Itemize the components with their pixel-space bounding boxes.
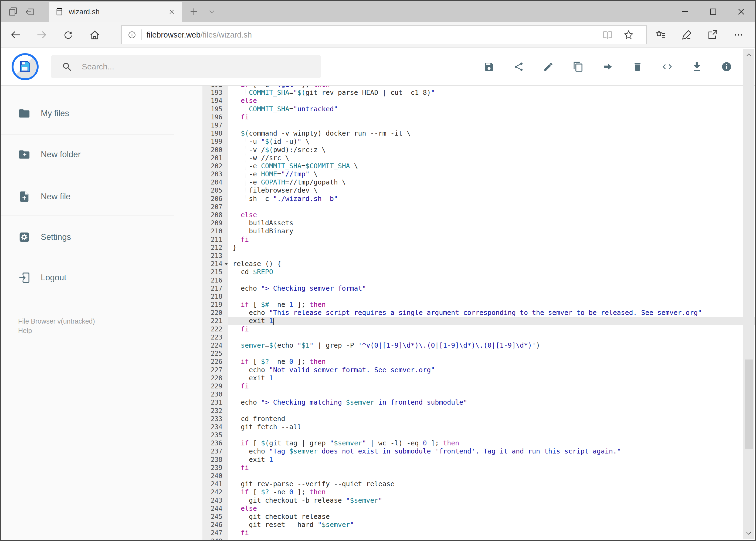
code-line-text[interactable]: if [ $? -ne 0 ]; then [228, 357, 755, 366]
code-line-text[interactable]: -e COMMIT_SHA=$COMMIT_SHA \ [228, 162, 755, 170]
code-line[interactable]: 244 else [202, 505, 755, 513]
code-line[interactable]: 199 -u "$(id -u)" \ [202, 138, 755, 146]
code-line-text[interactable]: buildBinary [228, 227, 755, 235]
code-line-text[interactable]: exit 1 [228, 317, 755, 325]
code-line-text[interactable]: echo "Tag $semver does not exist in subm… [228, 447, 755, 455]
code-line-text[interactable]: fi [228, 325, 755, 333]
home-button[interactable] [89, 29, 101, 41]
code-line[interactable]: 202 -e COMMIT_SHA=$COMMIT_SHA \ [202, 162, 755, 170]
code-line-text[interactable]: else [228, 505, 755, 513]
code-line-text[interactable] [228, 252, 755, 260]
code-line-text[interactable] [228, 276, 755, 284]
code-line[interactable]: 246 git reset --hard "$semver" [202, 521, 755, 529]
filebrowser-logo[interactable] [12, 53, 39, 80]
code-line-text[interactable]: $(command -v winpty) docker run --rm -it… [228, 129, 755, 138]
code-line[interactable]: 243 git checkout -b release "$semver" [202, 496, 755, 505]
code-line[interactable]: 223 [202, 333, 755, 341]
sidebar-item-logout[interactable]: Logout [1, 264, 202, 291]
code-line[interactable]: 197 [202, 121, 755, 129]
code-line[interactable]: 227 echo "Not valid semver format. See s… [202, 366, 755, 374]
scroll-down-icon[interactable] [744, 529, 753, 538]
code-line-text[interactable]: git rev-parse --verify --quiet release [228, 480, 755, 488]
code-line-text[interactable]: fi [228, 382, 755, 390]
code-line[interactable]: 232 [202, 407, 755, 415]
code-line[interactable]: 208 else [202, 211, 755, 219]
code-line[interactable]: 248 [202, 537, 755, 540]
code-line-text[interactable] [228, 333, 755, 341]
code-line[interactable]: 230 [202, 390, 755, 398]
code-line-text[interactable]: -e HOME="//tmp" \ [228, 170, 755, 178]
code-line-text[interactable] [228, 431, 755, 439]
code-line-text[interactable] [228, 349, 755, 357]
sidebar-item-settings[interactable]: Settings [1, 224, 202, 251]
code-line[interactable]: 226 if [ $? -ne 0 ]; then [202, 357, 755, 366]
share-page-icon[interactable] [707, 29, 718, 41]
new-tab-button[interactable] [189, 6, 199, 17]
code-line-text[interactable] [228, 537, 755, 540]
code-line[interactable]: 236 if [ $(git tag | grep "$semver" | wc… [202, 439, 755, 447]
code-line-text[interactable]: sh -c "./wizard.sh -b" [228, 195, 755, 203]
code-line[interactable]: 201 -w //src \ [202, 154, 755, 162]
code-line-text[interactable]: buildAssets [228, 219, 755, 227]
code-line-text[interactable]: filebrowser/dev \ [228, 186, 755, 195]
code-line[interactable]: 194 else [202, 97, 755, 105]
web-notes-pen-icon[interactable] [681, 29, 692, 41]
code-line-text[interactable]: cd frontend [228, 415, 755, 423]
code-line[interactable]: 211 fi [202, 236, 755, 244]
code-line-text[interactable]: cd $REPO [228, 268, 755, 276]
code-line[interactable]: 229 fi [202, 382, 755, 390]
code-line-text[interactable] [228, 121, 755, 129]
code-line[interactable]: 205 filebrowser/dev \ [202, 186, 755, 195]
address-bar[interactable]: filebrowser.web/files/wizard.sh [121, 25, 647, 44]
code-line[interactable]: 213 [202, 252, 755, 260]
code-line[interactable]: 245 git checkout release [202, 513, 755, 521]
share-button[interactable] [513, 61, 524, 72]
code-button[interactable] [662, 61, 672, 72]
maximize-button[interactable] [699, 1, 727, 22]
info-button[interactable] [721, 61, 732, 72]
code-line[interactable]: 212} [202, 244, 755, 252]
tab-preview-icon[interactable] [5, 1, 21, 22]
refresh-button[interactable] [62, 29, 74, 41]
code-line-text[interactable]: fi [228, 113, 755, 121]
code-line-text[interactable]: if [ $? -ne 0 ]; then [228, 488, 755, 496]
code-line[interactable]: 209 buildAssets [202, 219, 755, 227]
code-line-text[interactable]: fi [228, 236, 755, 244]
code-line[interactable]: 206 sh -c "./wizard.sh -b" [202, 195, 755, 203]
scroll-up-icon[interactable] [744, 51, 753, 60]
code-line-text[interactable]: COMMIT_SHA="$(git rev-parse HEAD | cut -… [228, 89, 755, 97]
favorite-star-icon[interactable] [623, 29, 634, 41]
code-line-text[interactable]: git checkout -b release "$semver" [228, 496, 755, 505]
minimize-button[interactable] [671, 1, 699, 22]
code-line[interactable]: 204 -e GOPATH=//tmp/gopath \ [202, 178, 755, 186]
code-line[interactable]: 247 fi [202, 529, 755, 537]
code-line-text[interactable]: if [ -d ".git" ]; then [228, 86, 755, 89]
code-line[interactable]: 203 -e HOME="//tmp" \ [202, 170, 755, 178]
fold-marker-icon[interactable] [224, 263, 228, 267]
forward-button[interactable] [36, 29, 48, 41]
code-line[interactable]: 224 semver=$(echo "$1" | grep -P '^v(0|[… [202, 341, 755, 349]
code-line[interactable]: 215 cd $REPO [202, 268, 755, 276]
code-line-text[interactable]: git fetch --all [228, 423, 755, 431]
code-line-text[interactable]: fi [228, 464, 755, 472]
tab-close-icon[interactable] [167, 8, 176, 16]
code-line-text[interactable]: COMMIT_SHA="untracked" [228, 105, 755, 113]
code-line-text[interactable]: else [228, 211, 755, 219]
code-line-text[interactable]: echo "This release script requires a sin… [228, 309, 755, 317]
code-line[interactable]: 225 [202, 349, 755, 357]
code-line[interactable]: 241 git rev-parse --verify --quiet relea… [202, 480, 755, 488]
code-line[interactable]: 218 [202, 292, 755, 300]
code-line[interactable]: 221 exit 1 [202, 317, 755, 325]
code-line[interactable]: 217 echo "> Checking semver format" [202, 284, 755, 292]
code-line-text[interactable]: -v /$(pwd):/src:z \ [228, 146, 755, 154]
sidebar-item-new-folder[interactable]: New folder [1, 141, 202, 168]
code-line[interactable]: 231 echo "> Checking matching $semver in… [202, 398, 755, 406]
code-line[interactable]: 219 if [ $# -ne 1 ]; then [202, 300, 755, 309]
sidebar-item-new-file[interactable]: New file [1, 183, 202, 210]
delete-button[interactable] [632, 61, 643, 72]
save-button[interactable] [484, 61, 494, 72]
code-line-text[interactable] [228, 407, 755, 415]
code-line[interactable]: 240 [202, 472, 755, 480]
code-line-text[interactable]: if [ $(git tag | grep "$semver" | wc -l)… [228, 439, 755, 447]
code-line-text[interactable]: release () { [228, 260, 755, 268]
